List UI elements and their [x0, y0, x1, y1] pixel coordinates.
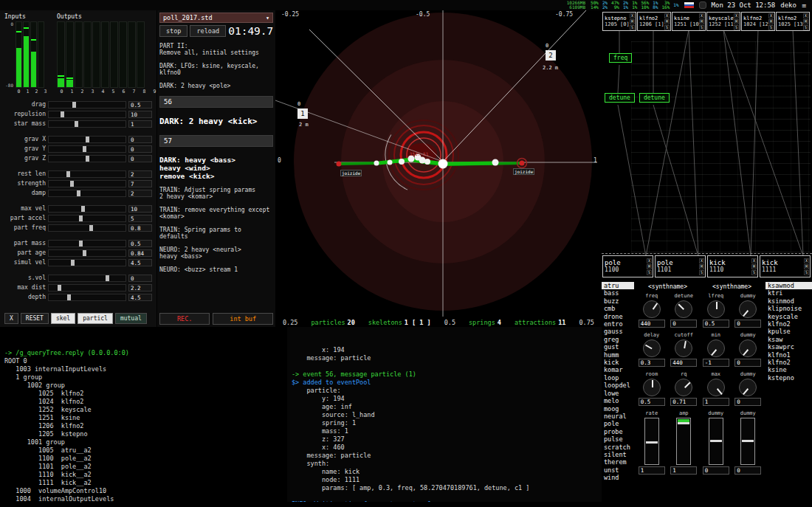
synth-node-box[interactable]: klfno2 1024 [12] XMS: [741, 12, 775, 31]
node-toggle-button[interactable]: M: [699, 264, 704, 269]
node-toggle-button[interactable]: X: [751, 258, 757, 263]
synth-list-item[interactable]: atru: [602, 282, 634, 289]
node-toggle-button[interactable]: S: [804, 270, 809, 275]
left-panel-button[interactable]: X: [4, 313, 18, 324]
param-slider[interactable]: [48, 215, 126, 222]
slider-handle[interactable]: [77, 190, 80, 196]
knob-value[interactable]: 0: [670, 320, 697, 328]
cue-log-item[interactable]: 57: [159, 135, 273, 147]
cue-log-item[interactable]: NEURO: 2 heavy <neural> heavy <bass>: [159, 246, 273, 260]
detune-param-tag[interactable]: detune: [605, 93, 635, 103]
slider-handle[interactable]: [89, 225, 93, 231]
synth-node-box[interactable]: kstepno 1205 [0] XMS: [602, 12, 636, 31]
synth-list-item[interactable]: melo: [602, 397, 634, 404]
param-knob[interactable]: [675, 300, 692, 318]
slider-handle[interactable]: [86, 156, 89, 162]
param-value[interactable]: 4.5: [128, 294, 152, 301]
control-synth-item[interactable]: klfno2: [765, 359, 812, 366]
node-toggle-button[interactable]: X: [699, 258, 704, 263]
knob-value[interactable]: 0: [734, 359, 761, 367]
knob-value[interactable]: 0.3: [639, 359, 665, 367]
control-synth-item[interactable]: klfno1: [765, 351, 812, 359]
param-slider[interactable]: [48, 120, 126, 128]
node-toggle-button[interactable]: S: [734, 25, 739, 30]
param-slider[interactable]: [48, 180, 126, 187]
synth-node-box[interactable]: ksine 1251 [10] XMS: [672, 12, 706, 31]
slider-handle[interactable]: [61, 111, 64, 117]
synth-list-item[interactable]: lowe: [602, 390, 634, 397]
param-slider[interactable]: [48, 136, 126, 143]
cue-log-item[interactable]: PART II: Remove all, initial settings: [159, 43, 273, 56]
menu-list-icon[interactable]: ≡: [802, 1, 806, 10]
param-knob[interactable]: [739, 379, 757, 396]
param-knob[interactable]: [643, 300, 661, 318]
int-buf-button[interactable]: int buf: [213, 313, 273, 325]
cue-log-item[interactable]: TRAIN: remove everything except <komar>: [159, 207, 273, 220]
synth-list-item[interactable]: gauss: [602, 328, 634, 335]
synth-list-item[interactable]: probe: [602, 428, 634, 435]
synth-list-item[interactable]: cmb: [602, 305, 634, 312]
synth-list-item[interactable]: silent: [602, 451, 634, 458]
param-value[interactable]: 4.5: [128, 259, 152, 266]
synth-list-item[interactable]: buzz: [602, 297, 634, 305]
param-value[interactable]: 0: [128, 275, 152, 282]
node-toggle-button[interactable]: X: [734, 13, 739, 18]
param-value[interactable]: 0: [128, 155, 152, 162]
synth-list-item[interactable]: pulse: [602, 435, 634, 443]
cue-log-item[interactable]: TRAIN: Adjust spring params 2 heavy <kom…: [159, 187, 273, 200]
param-knob[interactable]: [707, 300, 725, 318]
knob-value[interactable]: 0: [734, 320, 761, 328]
node-toggle-button[interactable]: X: [630, 13, 635, 18]
param-value[interactable]: 0.8: [128, 224, 152, 232]
synth-list-item[interactable]: drone: [602, 313, 634, 320]
control-synth-item[interactable]: keyscale: [765, 313, 812, 320]
keyboard-flag-icon[interactable]: [684, 2, 694, 8]
slider-handle[interactable]: [106, 275, 109, 281]
param-value[interactable]: 10: [128, 205, 152, 213]
control-synth-item[interactable]: ksawmod: [765, 282, 812, 289]
fader-handle[interactable]: [742, 440, 754, 442]
control-synth-item[interactable]: ksawprc: [765, 343, 812, 351]
left-panel-button[interactable]: mutual: [115, 313, 147, 324]
slider-handle[interactable]: [67, 294, 71, 300]
fader-handle[interactable]: [710, 440, 722, 442]
param-value[interactable]: 2.2: [128, 284, 152, 292]
left-panel-button[interactable]: particl: [78, 313, 113, 324]
node-toggle-button[interactable]: M: [803, 19, 808, 24]
param-knob[interactable]: [707, 339, 725, 357]
param-fader[interactable]: [644, 418, 659, 465]
synth-list-item[interactable]: humm: [602, 351, 634, 359]
node-toggle-button[interactable]: X: [803, 13, 808, 18]
param-value[interactable]: 10: [128, 111, 152, 118]
node-toggle-button[interactable]: M: [647, 264, 652, 269]
menubar-clock[interactable]: Mon 23 Oct 12:58: [712, 1, 776, 9]
param-value[interactable]: 2: [128, 190, 152, 197]
synth-node-box[interactable]: klfno2 1206 [1] XMS: [637, 12, 671, 31]
slider-handle[interactable]: [86, 137, 89, 142]
param-value[interactable]: 0: [128, 145, 152, 153]
node-toggle-button[interactable]: M: [751, 264, 757, 269]
preset-dropdown[interactable]: poll_2017.std ▾: [159, 13, 273, 23]
knob-value[interactable]: 440: [639, 320, 665, 328]
synth-node-box[interactable]: kick 1110 XMS: [707, 255, 758, 277]
node-toggle-button[interactable]: S: [630, 25, 635, 30]
param-value[interactable]: 5: [128, 215, 152, 222]
menubar-user[interactable]: deko: [780, 1, 796, 9]
fader-handle[interactable]: [646, 441, 658, 444]
slider-handle[interactable]: [75, 121, 78, 127]
control-synth-item[interactable]: ktri: [765, 289, 812, 297]
fader-handle[interactable]: [678, 422, 689, 424]
node-toggle-button[interactable]: S: [751, 270, 757, 275]
cue-log-item[interactable]: 56: [159, 96, 273, 108]
synth-list-item[interactable]: loop: [602, 374, 634, 382]
synth-list-item[interactable]: wind: [602, 474, 634, 481]
param-slider[interactable]: [48, 240, 126, 247]
node-toggle-button[interactable]: M: [768, 19, 774, 24]
synth-node-box[interactable]: pole 1101 XMS: [655, 255, 706, 277]
slider-handle[interactable]: [66, 171, 70, 177]
param-value[interactable]: 0.5: [128, 240, 152, 247]
param-slider[interactable]: [48, 190, 126, 197]
freq-param-tag[interactable]: freq: [609, 53, 632, 63]
knob-value[interactable]: 1: [703, 398, 729, 406]
node-toggle-button[interactable]: M: [734, 19, 739, 24]
